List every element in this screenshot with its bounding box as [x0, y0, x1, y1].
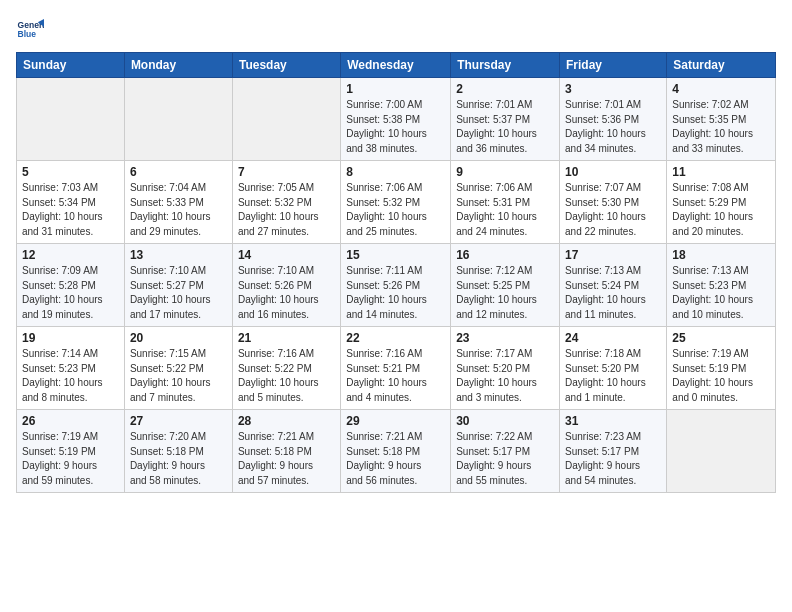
day-number: 1	[346, 82, 445, 96]
day-info: Sunrise: 7:17 AM Sunset: 5:20 PM Dayligh…	[456, 347, 554, 405]
day-info: Sunrise: 7:06 AM Sunset: 5:31 PM Dayligh…	[456, 181, 554, 239]
weekday-header: Thursday	[451, 53, 560, 78]
calendar-cell: 11Sunrise: 7:08 AM Sunset: 5:29 PM Dayli…	[667, 161, 776, 244]
day-info: Sunrise: 7:06 AM Sunset: 5:32 PM Dayligh…	[346, 181, 445, 239]
calendar-cell: 23Sunrise: 7:17 AM Sunset: 5:20 PM Dayli…	[451, 327, 560, 410]
calendar-week-row: 26Sunrise: 7:19 AM Sunset: 5:19 PM Dayli…	[17, 410, 776, 493]
day-info: Sunrise: 7:09 AM Sunset: 5:28 PM Dayligh…	[22, 264, 119, 322]
day-number: 9	[456, 165, 554, 179]
day-number: 3	[565, 82, 661, 96]
day-number: 24	[565, 331, 661, 345]
day-number: 18	[672, 248, 770, 262]
day-number: 19	[22, 331, 119, 345]
calendar-cell: 27Sunrise: 7:20 AM Sunset: 5:18 PM Dayli…	[124, 410, 232, 493]
calendar-week-row: 5Sunrise: 7:03 AM Sunset: 5:34 PM Daylig…	[17, 161, 776, 244]
calendar-cell: 3Sunrise: 7:01 AM Sunset: 5:36 PM Daylig…	[560, 78, 667, 161]
day-info: Sunrise: 7:16 AM Sunset: 5:21 PM Dayligh…	[346, 347, 445, 405]
calendar-cell: 28Sunrise: 7:21 AM Sunset: 5:18 PM Dayli…	[232, 410, 340, 493]
day-info: Sunrise: 7:19 AM Sunset: 5:19 PM Dayligh…	[672, 347, 770, 405]
day-info: Sunrise: 7:21 AM Sunset: 5:18 PM Dayligh…	[346, 430, 445, 488]
calendar-cell: 4Sunrise: 7:02 AM Sunset: 5:35 PM Daylig…	[667, 78, 776, 161]
header: General Blue	[16, 16, 776, 44]
day-number: 28	[238, 414, 335, 428]
weekday-header: Sunday	[17, 53, 125, 78]
logo: General Blue	[16, 16, 48, 44]
calendar-cell: 25Sunrise: 7:19 AM Sunset: 5:19 PM Dayli…	[667, 327, 776, 410]
day-number: 31	[565, 414, 661, 428]
calendar-cell: 30Sunrise: 7:22 AM Sunset: 5:17 PM Dayli…	[451, 410, 560, 493]
day-number: 2	[456, 82, 554, 96]
calendar-cell: 7Sunrise: 7:05 AM Sunset: 5:32 PM Daylig…	[232, 161, 340, 244]
day-number: 4	[672, 82, 770, 96]
calendar-header-row: SundayMondayTuesdayWednesdayThursdayFrid…	[17, 53, 776, 78]
day-number: 15	[346, 248, 445, 262]
day-number: 10	[565, 165, 661, 179]
day-info: Sunrise: 7:05 AM Sunset: 5:32 PM Dayligh…	[238, 181, 335, 239]
weekday-header: Tuesday	[232, 53, 340, 78]
calendar-cell: 19Sunrise: 7:14 AM Sunset: 5:23 PM Dayli…	[17, 327, 125, 410]
calendar-cell: 13Sunrise: 7:10 AM Sunset: 5:27 PM Dayli…	[124, 244, 232, 327]
calendar-cell: 22Sunrise: 7:16 AM Sunset: 5:21 PM Dayli…	[341, 327, 451, 410]
day-info: Sunrise: 7:08 AM Sunset: 5:29 PM Dayligh…	[672, 181, 770, 239]
day-number: 22	[346, 331, 445, 345]
calendar-cell: 17Sunrise: 7:13 AM Sunset: 5:24 PM Dayli…	[560, 244, 667, 327]
calendar-table: SundayMondayTuesdayWednesdayThursdayFrid…	[16, 52, 776, 493]
day-info: Sunrise: 7:03 AM Sunset: 5:34 PM Dayligh…	[22, 181, 119, 239]
day-number: 16	[456, 248, 554, 262]
calendar-cell: 20Sunrise: 7:15 AM Sunset: 5:22 PM Dayli…	[124, 327, 232, 410]
calendar-cell: 1Sunrise: 7:00 AM Sunset: 5:38 PM Daylig…	[341, 78, 451, 161]
day-info: Sunrise: 7:15 AM Sunset: 5:22 PM Dayligh…	[130, 347, 227, 405]
day-info: Sunrise: 7:20 AM Sunset: 5:18 PM Dayligh…	[130, 430, 227, 488]
day-info: Sunrise: 7:13 AM Sunset: 5:24 PM Dayligh…	[565, 264, 661, 322]
weekday-header: Saturday	[667, 53, 776, 78]
calendar-cell	[124, 78, 232, 161]
day-number: 27	[130, 414, 227, 428]
weekday-header: Monday	[124, 53, 232, 78]
day-number: 20	[130, 331, 227, 345]
day-info: Sunrise: 7:11 AM Sunset: 5:26 PM Dayligh…	[346, 264, 445, 322]
calendar-week-row: 19Sunrise: 7:14 AM Sunset: 5:23 PM Dayli…	[17, 327, 776, 410]
logo-icon: General Blue	[16, 16, 44, 44]
day-number: 21	[238, 331, 335, 345]
day-number: 26	[22, 414, 119, 428]
day-number: 12	[22, 248, 119, 262]
day-info: Sunrise: 7:12 AM Sunset: 5:25 PM Dayligh…	[456, 264, 554, 322]
calendar-cell	[232, 78, 340, 161]
day-info: Sunrise: 7:14 AM Sunset: 5:23 PM Dayligh…	[22, 347, 119, 405]
day-number: 23	[456, 331, 554, 345]
day-info: Sunrise: 7:00 AM Sunset: 5:38 PM Dayligh…	[346, 98, 445, 156]
calendar-week-row: 1Sunrise: 7:00 AM Sunset: 5:38 PM Daylig…	[17, 78, 776, 161]
day-number: 6	[130, 165, 227, 179]
day-number: 5	[22, 165, 119, 179]
day-number: 25	[672, 331, 770, 345]
day-info: Sunrise: 7:19 AM Sunset: 5:19 PM Dayligh…	[22, 430, 119, 488]
day-info: Sunrise: 7:07 AM Sunset: 5:30 PM Dayligh…	[565, 181, 661, 239]
day-info: Sunrise: 7:10 AM Sunset: 5:27 PM Dayligh…	[130, 264, 227, 322]
day-number: 30	[456, 414, 554, 428]
day-number: 17	[565, 248, 661, 262]
calendar-cell: 21Sunrise: 7:16 AM Sunset: 5:22 PM Dayli…	[232, 327, 340, 410]
day-number: 14	[238, 248, 335, 262]
day-number: 11	[672, 165, 770, 179]
calendar-cell: 16Sunrise: 7:12 AM Sunset: 5:25 PM Dayli…	[451, 244, 560, 327]
calendar-cell	[667, 410, 776, 493]
day-info: Sunrise: 7:01 AM Sunset: 5:36 PM Dayligh…	[565, 98, 661, 156]
day-number: 13	[130, 248, 227, 262]
calendar-cell: 5Sunrise: 7:03 AM Sunset: 5:34 PM Daylig…	[17, 161, 125, 244]
day-info: Sunrise: 7:18 AM Sunset: 5:20 PM Dayligh…	[565, 347, 661, 405]
calendar-cell: 29Sunrise: 7:21 AM Sunset: 5:18 PM Dayli…	[341, 410, 451, 493]
calendar-cell: 9Sunrise: 7:06 AM Sunset: 5:31 PM Daylig…	[451, 161, 560, 244]
calendar-cell: 31Sunrise: 7:23 AM Sunset: 5:17 PM Dayli…	[560, 410, 667, 493]
day-info: Sunrise: 7:04 AM Sunset: 5:33 PM Dayligh…	[130, 181, 227, 239]
day-number: 29	[346, 414, 445, 428]
day-number: 8	[346, 165, 445, 179]
day-info: Sunrise: 7:13 AM Sunset: 5:23 PM Dayligh…	[672, 264, 770, 322]
day-info: Sunrise: 7:01 AM Sunset: 5:37 PM Dayligh…	[456, 98, 554, 156]
calendar-cell: 8Sunrise: 7:06 AM Sunset: 5:32 PM Daylig…	[341, 161, 451, 244]
calendar-week-row: 12Sunrise: 7:09 AM Sunset: 5:28 PM Dayli…	[17, 244, 776, 327]
day-info: Sunrise: 7:16 AM Sunset: 5:22 PM Dayligh…	[238, 347, 335, 405]
svg-text:Blue: Blue	[18, 29, 37, 39]
calendar-cell: 2Sunrise: 7:01 AM Sunset: 5:37 PM Daylig…	[451, 78, 560, 161]
day-info: Sunrise: 7:21 AM Sunset: 5:18 PM Dayligh…	[238, 430, 335, 488]
calendar-cell: 6Sunrise: 7:04 AM Sunset: 5:33 PM Daylig…	[124, 161, 232, 244]
